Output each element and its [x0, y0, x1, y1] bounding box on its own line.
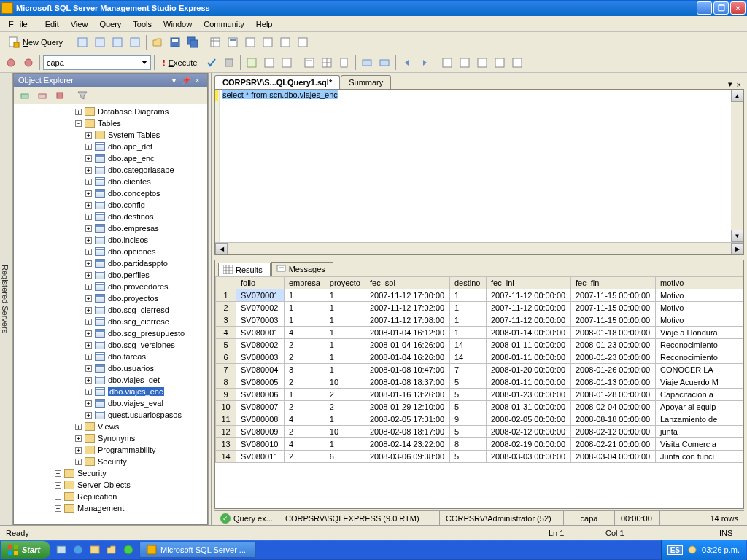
results-grid-scroll[interactable]: folioempresaproyectofec_soldestinofec_in…	[215, 276, 743, 508]
results-to-text-button[interactable]	[301, 55, 317, 71]
cell[interactable]: 2008-03-03 00:00:00	[487, 451, 571, 463]
cell[interactable]: Motivo	[656, 314, 743, 327]
parse-button[interactable]	[204, 55, 220, 71]
query-options-button[interactable]	[279, 55, 295, 71]
cell[interactable]: 5	[450, 389, 487, 401]
cell[interactable]: 1	[325, 302, 365, 314]
cell[interactable]: 2008-01-08 18:37:00	[365, 376, 450, 389]
menu-tools[interactable]: Tools	[127, 18, 158, 30]
cell[interactable]: Apoyar al equip	[656, 401, 743, 413]
close-doc-button[interactable]: ×	[734, 80, 744, 89]
cell[interactable]: 2008-01-14 00:00:00	[487, 327, 571, 339]
tree-node[interactable]: +dbo.scg_cierresd	[14, 304, 207, 316]
cell[interactable]: 2007-11-12 17:08:00	[365, 314, 450, 327]
cell[interactable]: SV080010	[236, 438, 285, 451]
cell[interactable]: 2007-11-12 00:00:00	[487, 302, 571, 314]
cell[interactable]: 2007-11-15 00:00:00	[571, 289, 656, 302]
cell[interactable]: 1	[450, 289, 487, 302]
cell[interactable]: 2	[285, 451, 325, 463]
tray-icon[interactable]	[687, 545, 697, 555]
column-header[interactable]: fec_sol	[365, 277, 450, 289]
cell[interactable]: Viaje Acuerdo M	[656, 376, 743, 389]
tree-expand-icon[interactable]: +	[85, 389, 92, 395]
cell[interactable]: 2007-11-12 00:00:00	[487, 314, 571, 327]
tree-node[interactable]: +dbo.perfiles	[14, 269, 207, 281]
tree-node[interactable]: +dbo.proyectos	[14, 292, 207, 304]
cell[interactable]: SV080011	[236, 451, 285, 463]
cell[interactable]: SV070003	[236, 314, 285, 327]
include-plan-button[interactable]	[261, 55, 277, 71]
cell[interactable]: junta	[656, 426, 743, 438]
tree-expand-icon[interactable]: +	[85, 377, 92, 384]
row-header[interactable]: 14	[216, 451, 236, 463]
cell[interactable]: 2007-11-15 00:00:00	[571, 302, 656, 314]
tree-expand-icon[interactable]: +	[85, 144, 92, 150]
cell[interactable]: 2	[285, 339, 325, 351]
ql-media[interactable]	[120, 542, 136, 558]
cell[interactable]: CONOCER LA	[656, 364, 743, 376]
tree-expand-icon[interactable]: +	[85, 202, 92, 209]
tree-expand-icon[interactable]: +	[75, 435, 82, 442]
table-row[interactable]: 2SV070002112007-11-12 17:02:0012007-11-1…	[216, 302, 743, 314]
cell[interactable]: 2008-03-04 00:00:00	[571, 451, 656, 463]
tree-node[interactable]: -Tables	[14, 117, 207, 129]
cell[interactable]: 6	[325, 451, 365, 463]
cell[interactable]: SV080008	[236, 413, 285, 426]
cell[interactable]: 2007-11-12 17:00:00	[365, 289, 450, 302]
registered-servers-button[interactable]	[260, 34, 276, 50]
column-header[interactable]: fec_fin	[571, 277, 656, 289]
cell[interactable]: 1	[285, 289, 325, 302]
tool-extra-3[interactable]	[492, 55, 508, 71]
row-header[interactable]: 6	[216, 351, 236, 364]
open-button[interactable]	[150, 34, 166, 50]
tree-node[interactable]: +dbo.usuarios	[14, 362, 207, 374]
column-header[interactable]: motivo	[656, 277, 743, 289]
tree-expand-icon[interactable]: +	[85, 155, 92, 162]
tree-expand-icon[interactable]: +	[85, 295, 92, 302]
tree-expand-icon[interactable]: +	[85, 179, 92, 185]
cell[interactable]: 5	[450, 451, 487, 463]
tree-node[interactable]: +Replication	[14, 491, 207, 502]
cell[interactable]: Lanzamiento de	[656, 413, 743, 426]
table-row[interactable]: 14SV080011262008-03-06 09:38:0052008-03-…	[216, 451, 743, 463]
tree-node[interactable]: +dbo.ape_det	[14, 141, 207, 152]
tree-node[interactable]: +dbo.empresas	[14, 222, 207, 234]
cancel-query-button[interactable]	[221, 55, 237, 71]
cell[interactable]: 7	[450, 364, 487, 376]
tool-btn-3[interactable]	[109, 34, 125, 50]
tree-node[interactable]: +dbo.viajes_eval	[14, 397, 207, 409]
tree-expand-icon[interactable]: +	[55, 470, 61, 477]
disconnect-button[interactable]	[34, 88, 50, 104]
ql-ie[interactable]	[70, 542, 86, 558]
cell[interactable]: 2008-01-23 00:00:00	[487, 389, 571, 401]
cell[interactable]: Reconocimiento	[656, 339, 743, 351]
cell[interactable]: 10	[325, 376, 365, 389]
cell[interactable]: 2008-01-23 00:00:00	[571, 339, 656, 351]
tree-expand-icon[interactable]: -	[75, 120, 82, 127]
tree-node[interactable]: +Server Objects	[14, 479, 207, 491]
table-row[interactable]: 4SV080001412008-01-04 16:12:0012008-01-1…	[216, 327, 743, 339]
tab-messages[interactable]: Messages	[271, 262, 333, 276]
language-indicator[interactable]: ES	[667, 545, 683, 555]
table-designer-button[interactable]	[207, 34, 223, 50]
ql-explorer[interactable]	[104, 542, 120, 558]
tree-node[interactable]: +dbo.scg_presupuesto	[14, 327, 207, 339]
cell[interactable]: 2008-01-04 16:26:00	[365, 351, 450, 364]
tree-expand-icon[interactable]: +	[85, 237, 92, 244]
ql-outlook[interactable]	[87, 542, 103, 558]
tree-expand-icon[interactable]: +	[85, 319, 92, 325]
tree-node[interactable]: +Synonyms	[14, 432, 207, 444]
cell[interactable]: 2008-08-18 00:00:00	[571, 413, 656, 426]
uncomment-button[interactable]	[376, 55, 392, 71]
minimize-button[interactable]: _	[697, 1, 712, 15]
tree-node[interactable]: +dbo.clientes	[14, 176, 207, 187]
tree-node[interactable]: +dbo.viajes_det	[14, 374, 207, 386]
table-row[interactable]: 10SV080007222008-01-29 12:10:0052008-01-…	[216, 401, 743, 413]
cell[interactable]: 2008-02-21 00:00:00	[571, 438, 656, 451]
cell[interactable]: 2	[325, 389, 365, 401]
tree-expand-icon[interactable]: +	[85, 272, 92, 279]
tree-node[interactable]: +dbo.destinos	[14, 211, 207, 222]
row-header[interactable]: 11	[216, 413, 236, 426]
ql-show-desktop[interactable]	[53, 542, 69, 558]
tree-node[interactable]: +dbo.config	[14, 199, 207, 211]
